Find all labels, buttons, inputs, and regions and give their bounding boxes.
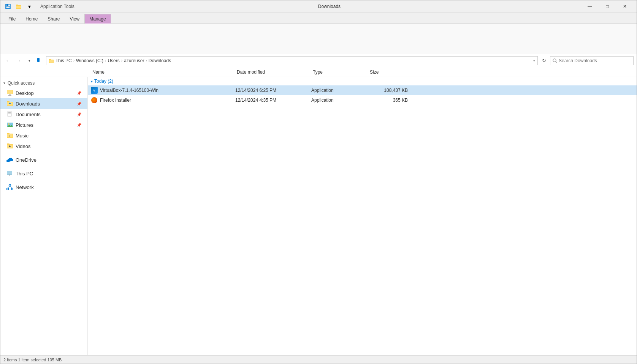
svg-rect-39 bbox=[8, 176, 11, 176]
music-icon: ♪ bbox=[6, 132, 13, 139]
pin-icon-pics: 📌 bbox=[77, 123, 81, 127]
svg-rect-29 bbox=[7, 133, 10, 134]
tab-home[interactable]: Home bbox=[21, 14, 43, 24]
sidebar-item-documents[interactable]: Documents 📌 bbox=[0, 109, 87, 120]
col-header-name: Name bbox=[91, 69, 235, 75]
dropdown-history-btn[interactable]: ▾ bbox=[25, 56, 34, 65]
onedrive-icon bbox=[6, 156, 13, 163]
svg-point-41 bbox=[7, 188, 9, 190]
file-size-vbox: 108,437 KB bbox=[368, 88, 414, 93]
sidebar-documents-label: Documents bbox=[16, 112, 41, 117]
sidebar-item-network[interactable]: Network bbox=[0, 182, 87, 192]
back-btn[interactable]: ← bbox=[3, 56, 13, 65]
svg-rect-2 bbox=[6, 6, 10, 8]
explorer-window: ▾ Application Tools Downloads — □ ✕ File… bbox=[0, 0, 637, 364]
search-input[interactable] bbox=[559, 58, 631, 63]
col-header-size: Size bbox=[368, 69, 414, 75]
file-date-vbox: 12/14/2024 6:25 PM bbox=[235, 88, 311, 93]
pin-icon-docs: 📌 bbox=[77, 112, 81, 117]
toolbar-separator bbox=[37, 3, 37, 10]
sidebar-onedrive-label: OneDrive bbox=[16, 157, 36, 163]
file-type-firefox: Application bbox=[311, 98, 368, 103]
file-date-firefox: 12/14/2024 4:35 PM bbox=[235, 98, 311, 103]
status-text: 2 items 1 item selected 105 MB bbox=[3, 358, 62, 362]
svg-text:♪: ♪ bbox=[9, 134, 10, 137]
forward-btn[interactable]: → bbox=[14, 56, 23, 65]
close-btn[interactable]: ✕ bbox=[616, 0, 634, 13]
dropdown-btn[interactable]: ▾ bbox=[25, 2, 34, 11]
path-users[interactable]: Users bbox=[108, 58, 119, 63]
thispc-icon bbox=[6, 170, 13, 177]
svg-rect-10 bbox=[49, 60, 53, 63]
tab-manage[interactable]: Manage bbox=[84, 14, 111, 24]
svg-rect-18 bbox=[7, 101, 10, 102]
content-area: Name Date modified Type Size ▾ Quick acc… bbox=[0, 67, 637, 355]
tab-file[interactable]: File bbox=[3, 14, 21, 24]
ribbon-tabs: File Home Share View Manage bbox=[0, 13, 637, 24]
minimize-btn[interactable]: — bbox=[581, 0, 599, 13]
sidebar-thispc-label: This PC bbox=[16, 171, 33, 176]
title-bar: ▾ Application Tools Downloads — □ ✕ bbox=[0, 0, 637, 13]
sidebar-videos-label: Videos bbox=[16, 143, 31, 149]
pin-icon-downloads: 📌 bbox=[77, 102, 81, 106]
documents-icon bbox=[6, 111, 13, 118]
svg-point-26 bbox=[8, 123, 10, 125]
main-content: ▾ Quick access Desktop 📌 bbox=[0, 77, 637, 355]
svg-line-43 bbox=[8, 186, 10, 188]
search-box[interactable] bbox=[550, 56, 634, 65]
sidebar-item-thispc[interactable]: This PC bbox=[0, 168, 87, 179]
sidebar-network-label: Network bbox=[16, 184, 34, 190]
svg-line-12 bbox=[556, 61, 557, 63]
window-controls: — □ ✕ bbox=[581, 0, 634, 13]
svg-rect-16 bbox=[8, 95, 11, 96]
address-path[interactable]: This PC › Windows (C:) › Users › azureus… bbox=[46, 56, 538, 65]
svg-rect-33 bbox=[7, 143, 10, 145]
tab-share[interactable]: Share bbox=[43, 14, 65, 24]
svg-rect-22 bbox=[8, 112, 11, 113]
sidebar-item-downloads[interactable]: Downloads 📌 bbox=[0, 98, 87, 109]
sidebar-item-desktop[interactable]: Desktop 📌 bbox=[0, 88, 87, 98]
svg-point-11 bbox=[553, 59, 556, 62]
file-list: ▾ Today (2) V VirtualBox-7.1.4-165100-Wi… bbox=[88, 77, 637, 355]
path-downloads[interactable]: Downloads bbox=[149, 58, 171, 63]
app-tools-context: Application Tools bbox=[39, 4, 74, 9]
sidebar-pictures-label: Pictures bbox=[16, 122, 33, 128]
table-row[interactable]: V VirtualBox-7.1.4-165100-Win 12/14/2024… bbox=[88, 85, 637, 95]
path-drive[interactable]: Windows (C:) bbox=[76, 58, 103, 63]
path-this-pc[interactable]: This PC bbox=[55, 58, 72, 63]
network-icon bbox=[6, 184, 13, 191]
file-group-today[interactable]: ▾ Today (2) bbox=[88, 77, 637, 85]
sidebar-music-label: Music bbox=[16, 133, 29, 139]
window-title: Downloads bbox=[78, 4, 581, 9]
search-icon bbox=[553, 58, 557, 63]
ribbon-content bbox=[0, 24, 637, 54]
maximize-btn[interactable]: □ bbox=[599, 0, 616, 13]
sidebar-item-pictures[interactable]: Pictures 📌 bbox=[0, 120, 87, 130]
sidebar-downloads-label: Downloads bbox=[16, 101, 40, 107]
svg-rect-9 bbox=[49, 59, 51, 60]
up-btn[interactable] bbox=[35, 56, 44, 65]
table-row[interactable]: Firefox Installer 12/14/2024 4:35 PM App… bbox=[88, 95, 637, 105]
tab-view[interactable]: View bbox=[65, 14, 84, 24]
address-bar: ← → ▾ This PC › Windows (C:) › Users › a… bbox=[0, 54, 637, 67]
virtualbox-file-icon: V bbox=[91, 87, 98, 94]
path-azureuser[interactable]: azureuser bbox=[124, 58, 144, 63]
sidebar: ▾ Quick access Desktop 📌 bbox=[0, 77, 88, 355]
col-header-date: Date modified bbox=[235, 69, 311, 75]
sidebar-quick-access[interactable]: ▾ Quick access bbox=[0, 79, 87, 88]
sidebar-item-onedrive[interactable]: OneDrive bbox=[0, 154, 87, 165]
sidebar-item-videos[interactable]: Videos bbox=[0, 141, 87, 151]
pictures-icon bbox=[6, 121, 13, 128]
svg-line-44 bbox=[10, 186, 12, 188]
folder-icon-btn[interactable] bbox=[14, 2, 23, 11]
quick-save-btn[interactable] bbox=[3, 2, 13, 11]
svg-rect-1 bbox=[6, 4, 8, 6]
svg-point-40 bbox=[9, 184, 11, 186]
file-type-vbox: Application bbox=[311, 88, 368, 93]
desktop-icon bbox=[6, 90, 13, 96]
sidebar-item-music[interactable]: ♪ Music bbox=[0, 130, 87, 141]
refresh-btn[interactable]: ↻ bbox=[539, 56, 548, 65]
svg-rect-15 bbox=[9, 94, 11, 95]
svg-rect-14 bbox=[7, 90, 13, 94]
file-name-firefox: Firefox Installer bbox=[91, 97, 235, 104]
